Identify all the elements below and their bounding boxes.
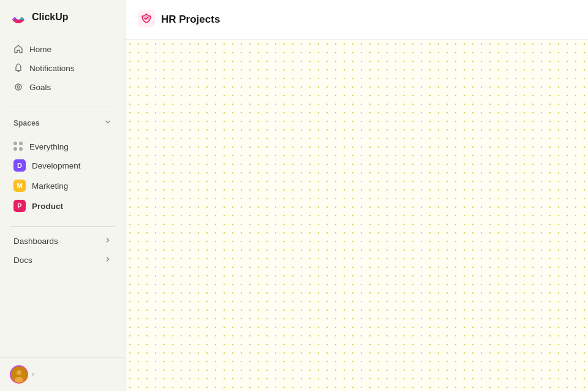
sidebar-item-everything[interactable]: Everything (4, 138, 121, 155)
sidebar-item-goals[interactable]: Goals (4, 78, 121, 96)
sidebar-item-docs[interactable]: Docs (4, 251, 121, 269)
page-header: HR Projects (126, 0, 588, 40)
svg-point-1 (17, 86, 20, 88)
sidebar-item-product[interactable]: P Product (4, 196, 121, 216)
sidebar-item-notifications[interactable]: Notifications (4, 59, 121, 77)
divider-2 (10, 226, 115, 227)
page-icon (138, 10, 155, 29)
divider-1 (10, 107, 115, 107)
docs-label: Docs (13, 256, 32, 265)
status-dot (31, 372, 36, 377)
home-label: Home (29, 45, 51, 54)
chevron-down-icon (104, 118, 111, 127)
notifications-label: Notifications (29, 64, 75, 73)
clickup-logo (10, 9, 27, 26)
avatar (11, 366, 27, 382)
goals-label: Goals (29, 83, 51, 92)
nav-section: Home Notifications Goals (0, 34, 125, 102)
chevron-right-icon-docs (104, 256, 111, 265)
svg-point-3 (17, 370, 21, 375)
app-name: ClickUp (32, 12, 69, 23)
dashboards-label: Dashboards (13, 237, 58, 246)
page-title: HR Projects (161, 13, 220, 26)
marketing-label: Marketing (32, 181, 68, 191)
bell-icon (13, 63, 23, 73)
home-icon (13, 44, 23, 54)
sidebar-item-dashboards[interactable]: Dashboards (4, 232, 121, 250)
development-label: Development (32, 161, 81, 170)
development-avatar: D (13, 159, 26, 172)
sidebar-item-development[interactable]: D Development (4, 156, 121, 175)
everything-label: Everything (29, 142, 69, 151)
spaces-header[interactable]: Spaces (4, 115, 121, 131)
chevron-right-icon-dashboards (104, 237, 111, 246)
goals-icon (13, 82, 23, 92)
svg-point-0 (15, 84, 21, 90)
spaces-list: Everything D Development M Marketing P P… (0, 132, 125, 221)
main-content: HR Projects (126, 0, 588, 391)
dashboards-left: Dashboards (13, 237, 58, 246)
user-avatar-container[interactable] (10, 365, 36, 384)
avatar-ring (10, 365, 28, 384)
dotted-canvas (126, 40, 588, 391)
docs-left: Docs (13, 256, 32, 265)
sidebar-item-home[interactable]: Home (4, 40, 121, 58)
product-label: Product (32, 202, 63, 211)
marketing-avatar: M (13, 180, 26, 192)
everything-icon (13, 142, 23, 151)
sidebar-footer[interactable] (0, 357, 125, 391)
sidebar: ClickUp Home Notifications (0, 0, 126, 391)
sidebar-item-marketing[interactable]: M Marketing (4, 176, 121, 196)
spaces-label: Spaces (13, 119, 40, 127)
product-avatar: P (13, 200, 26, 212)
logo-area[interactable]: ClickUp (0, 0, 125, 34)
